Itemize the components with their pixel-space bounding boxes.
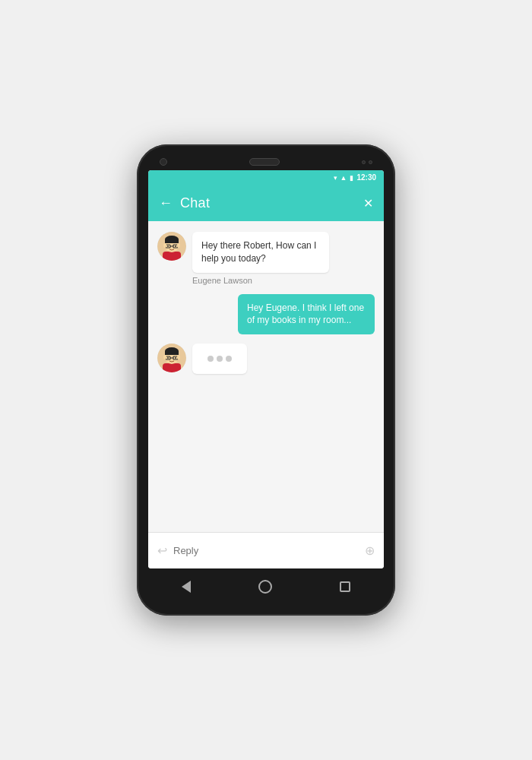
typing-dot-3 (226, 356, 232, 362)
status-icons: ▾ ▲ ▮ 12:30 (334, 173, 377, 182)
wifi-icon: ▾ (334, 174, 337, 182)
chat-area: Hey there Robert, How can I help you tod… (148, 221, 384, 532)
reply-input[interactable] (173, 545, 359, 556)
typing-dots (200, 350, 239, 368)
camera-dot (160, 158, 167, 166)
message-row-sent-1: Hey Eugene. I think I left one of my boo… (157, 294, 375, 335)
message-received-1: Hey there Robert, How can I help you tod… (157, 232, 375, 285)
svg-rect-1 (163, 252, 181, 261)
avatar-eugene-1 (157, 232, 186, 261)
svg-point-8 (167, 245, 169, 247)
message-row-typing (157, 344, 375, 374)
sensor-dot-1 (362, 160, 366, 164)
typing-dot-2 (217, 356, 223, 362)
attach-icon[interactable]: ⊕ (365, 543, 375, 558)
message-text-2: Hey Eugene. I think I left one of my boo… (247, 302, 364, 326)
close-button[interactable]: ✕ (363, 196, 373, 211)
battery-icon: ▮ (350, 174, 353, 182)
status-time: 12:30 (356, 173, 376, 182)
phone-device: ▾ ▲ ▮ 12:30 ← Chat ✕ (137, 144, 395, 616)
svg-point-22 (163, 355, 166, 359)
reply-icon[interactable]: ↩ (157, 543, 167, 558)
nav-back-button[interactable] (182, 581, 191, 593)
bubble-received-1: Hey there Robert, How can I help you tod… (192, 232, 329, 273)
svg-rect-4 (165, 239, 179, 243)
svg-point-9 (175, 245, 176, 247)
svg-point-23 (177, 355, 180, 359)
typing-dot-1 (207, 356, 214, 362)
status-bar: ▾ ▲ ▮ 12:30 (148, 170, 384, 185)
back-button[interactable]: ← (159, 196, 173, 210)
app-title: Chat (180, 195, 210, 211)
svg-point-21 (175, 357, 176, 359)
svg-point-20 (167, 357, 169, 359)
svg-point-11 (177, 243, 180, 248)
nav-recents-button[interactable] (340, 581, 350, 592)
svg-rect-16 (165, 351, 179, 355)
phone-screen: ▾ ▲ ▮ 12:30 ← Chat ✕ (148, 170, 384, 568)
sender-name-1: Eugene Lawson (192, 276, 375, 285)
app-bar-left: ← Chat (159, 195, 210, 211)
typing-bubble (192, 344, 247, 374)
phone-top-bar (144, 158, 388, 166)
svg-point-10 (163, 243, 166, 248)
app-bar: ← Chat ✕ (148, 185, 384, 221)
speaker-grille (249, 158, 280, 166)
signal-icon: ▲ (340, 174, 347, 182)
bubble-sent-1: Hey Eugene. I think I left one of my boo… (238, 294, 375, 335)
nav-home-button[interactable] (258, 580, 272, 594)
svg-rect-13 (163, 363, 181, 372)
message-row-received-1: Hey there Robert, How can I help you tod… (157, 232, 375, 273)
message-text-1: Hey there Robert, How can I help you tod… (201, 240, 316, 264)
avatar-eugene-2 (157, 344, 186, 372)
reply-bar: ↩ ⊕ (148, 532, 384, 568)
sensor-dot-2 (369, 160, 372, 164)
phone-nav-bar (148, 572, 384, 602)
sensor-dots (362, 160, 372, 164)
